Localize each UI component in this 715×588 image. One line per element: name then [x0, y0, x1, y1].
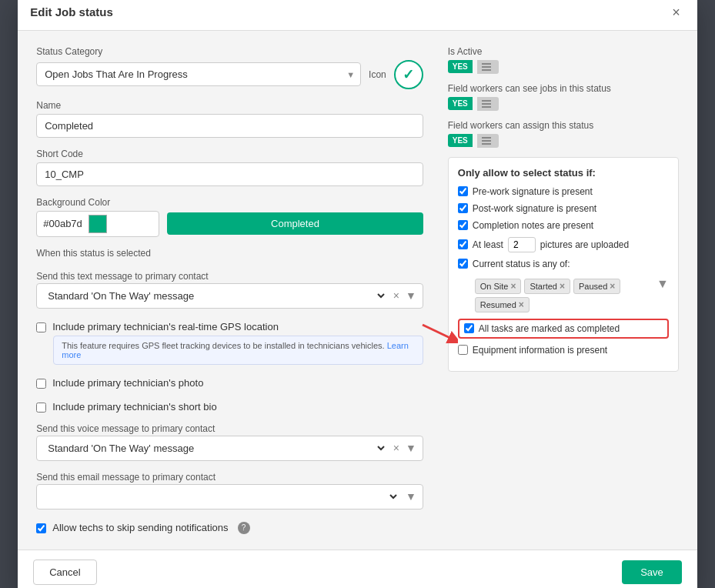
email-msg-actions: ▼ [399, 489, 423, 504]
gps-field: Include primary technician's real-time G… [36, 319, 423, 365]
allow-skip-label: Allow techs to skip sending notification… [52, 522, 228, 533]
modal-title: Edit Job status [30, 5, 113, 18]
photo-checkbox[interactable] [36, 379, 46, 389]
bio-checkbox-label: Include primary technician's short bio [52, 401, 216, 413]
tags-expand-icon[interactable]: ▼ [657, 276, 669, 291]
toggle-handle-3[interactable] [477, 134, 499, 148]
field-workers-assign-toggle[interactable]: YES [448, 134, 679, 148]
color-row: #00ab7d Completed [36, 211, 423, 237]
short-code-field: Short Code [36, 149, 423, 186]
text-msg-clear-button[interactable]: × [392, 288, 401, 303]
tag-started-remove[interactable]: × [560, 281, 565, 292]
email-msg-label: Send this email message to primary conta… [36, 472, 423, 483]
conditions-box: Only allow to select status if: Pre-work… [448, 157, 679, 372]
email-msg-expand-button[interactable]: ▼ [404, 489, 418, 504]
cond-pictures: At least pictures are uploaded [458, 237, 669, 252]
bg-color-label: Background Color [36, 197, 423, 208]
tag-resumed-remove[interactable]: × [519, 299, 524, 310]
photo-checkbox-label: Include primary technician's photo [52, 377, 203, 389]
text-msg-actions: × ▼ [387, 288, 423, 303]
field-workers-assign-field: Field workers can assign this status YES [448, 120, 679, 148]
modal-footer: Cancel Save [18, 550, 697, 589]
left-column: Status Category Open Jobs That Are In Pr… [36, 46, 423, 534]
voice-msg-expand-button[interactable]: ▼ [404, 440, 418, 456]
email-msg-field: Send this email message to primary conta… [36, 472, 423, 509]
bio-checkbox[interactable] [36, 403, 46, 413]
toggle-lines [479, 63, 491, 71]
cond-completion-notes: Completion notes are present [458, 220, 669, 231]
cond-all-tasks-checkbox[interactable] [464, 323, 474, 333]
toggle-lines-2 [479, 100, 491, 108]
cond-pictures-checkbox[interactable] [458, 239, 468, 249]
voice-msg-clear-button[interactable]: × [392, 440, 401, 456]
is-active-toggle[interactable]: YES [448, 60, 679, 74]
voice-msg-select[interactable]: Standard 'On The Way' message [37, 436, 387, 460]
conditions-title: Only allow to select status if: [458, 167, 669, 179]
tag-started-label: Started [530, 282, 556, 291]
cond-pictures-number[interactable] [508, 237, 536, 252]
close-button[interactable]: × [667, 4, 685, 21]
cond-completion-notes-label: Completion notes are present [473, 220, 593, 231]
status-tags-area: On Site × Started × Paused × [459, 276, 669, 312]
text-msg-select-wrap: Standard 'On The Way' message × ▼ [36, 283, 423, 309]
cond-pre-work-checkbox[interactable] [458, 186, 468, 196]
tag-resumed-label: Resumed [480, 300, 516, 309]
cond-current-status-checkbox[interactable] [458, 259, 468, 269]
tag-on-site-remove[interactable]: × [510, 281, 516, 292]
field-workers-see-field: Field workers can see jobs in this statu… [448, 83, 679, 111]
gps-info-text: This feature requires GPS fleet tracking… [62, 341, 384, 350]
cond-equipment-checkbox[interactable] [458, 345, 468, 355]
toggle-lines-3 [479, 137, 491, 145]
modal-header: Edit Job status × [18, 0, 697, 31]
toggle-line-3 [482, 69, 491, 71]
color-input-wrap[interactable]: #00ab7d [36, 211, 159, 237]
field-workers-see-toggle[interactable]: YES [448, 97, 679, 111]
email-msg-select-wrap: ▼ [36, 484, 423, 509]
red-arrow-svg [421, 322, 458, 343]
toggle-line-1 [482, 63, 491, 65]
short-code-input[interactable] [36, 162, 423, 186]
tag-resumed: Resumed × [475, 297, 530, 312]
email-msg-select[interactable] [37, 485, 399, 509]
text-msg-select[interactable]: Standard 'On The Way' message [37, 284, 387, 308]
when-section: When this status is selected [36, 248, 423, 260]
tag-started: Started × [524, 279, 570, 294]
gps-checkbox[interactable] [36, 322, 46, 332]
save-button[interactable]: Save [622, 560, 682, 584]
toggle-handle-2[interactable] [477, 97, 499, 111]
tag-paused: Paused × [573, 279, 620, 294]
cond-post-work-checkbox[interactable] [458, 203, 468, 213]
voice-msg-select-wrap: Standard 'On The Way' message × ▼ [36, 436, 423, 461]
cond-completion-notes-checkbox[interactable] [458, 220, 468, 230]
gps-checkbox-label: Include primary technician's real-time G… [52, 321, 279, 332]
tags-wrapper: On Site × Started × Paused × [459, 276, 669, 312]
allow-skip-row: Allow techs to skip sending notification… [36, 522, 423, 534]
status-category-label: Status Category [36, 46, 423, 57]
text-msg-expand-button[interactable]: ▼ [404, 288, 418, 303]
tag-paused-remove[interactable]: × [610, 281, 615, 292]
cond-current-status-label: Current status is any of: [473, 259, 570, 269]
toggle-handle[interactable] [477, 60, 499, 74]
bio-checkbox-row: Include primary technician's short bio [36, 401, 423, 413]
voice-msg-field: Send this voice message to primary conta… [36, 423, 423, 461]
is-active-field: Is Active YES [448, 46, 679, 74]
help-icon[interactable]: ? [238, 522, 250, 534]
color-preview-button[interactable]: Completed [167, 212, 423, 235]
cond-post-work: Post-work signature is present [458, 203, 669, 214]
right-column: Is Active YES Field w [448, 46, 679, 534]
voice-msg-actions: × ▼ [387, 440, 423, 456]
when-label: When this status is selected [36, 248, 423, 259]
color-swatch[interactable] [89, 215, 107, 233]
cond-current-status: Current status is any of: [458, 259, 669, 269]
status-category-row: Open Jobs That Are In Progress ▼ Icon ✓ [36, 60, 423, 89]
modal-overlay: Edit Job status × Status Category Open J… [0, 0, 715, 588]
status-category-select[interactable]: Open Jobs That Are In Progress [36, 62, 361, 86]
gps-checkbox-row: Include primary technician's real-time G… [36, 321, 423, 332]
name-label: Name [36, 100, 423, 111]
cond-pre-work-label: Pre-work signature is present [473, 186, 593, 197]
icon-preview: ✓ [394, 60, 423, 89]
name-input[interactable] [36, 114, 423, 138]
allow-skip-checkbox[interactable] [36, 523, 46, 533]
cancel-button[interactable]: Cancel [33, 560, 96, 585]
red-arrow-indicator [421, 322, 458, 346]
